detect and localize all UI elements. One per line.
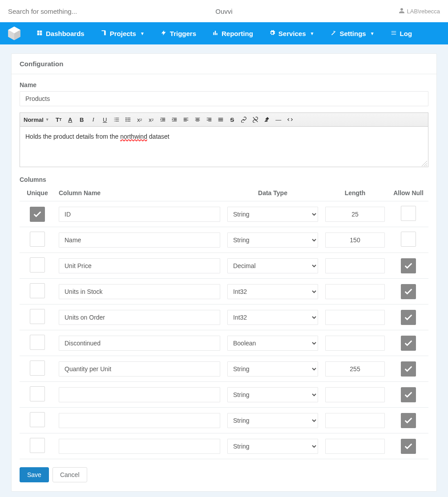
font-color-icon[interactable]: A [66,116,74,124]
rte-format-label: Normal [24,116,44,123]
allow-null-checkbox[interactable] [401,413,416,428]
ordered-list-icon[interactable] [113,116,121,124]
unlink-icon[interactable] [251,116,259,124]
nav-dashboards[interactable]: Dashboards [28,22,93,44]
unique-checkbox[interactable] [30,309,45,324]
resize-handle-icon[interactable] [422,160,427,166]
column-name-input[interactable] [59,413,220,428]
allow-null-checkbox[interactable] [401,336,416,351]
unique-checkbox[interactable] [30,283,45,298]
clear-format-icon[interactable] [263,116,271,124]
allow-null-checkbox[interactable] [401,361,416,377]
unique-checkbox[interactable] [30,257,45,273]
align-left-icon[interactable] [182,116,190,124]
unique-checkbox[interactable] [30,232,45,247]
unique-checkbox[interactable] [30,386,45,401]
data-type-select[interactable]: StringDecimalInt32Boolean [227,336,318,351]
column-name-input[interactable] [59,439,220,454]
horizontal-rule-icon[interactable]: — [274,116,283,124]
allow-null-checkbox[interactable] [401,439,416,454]
length-input[interactable] [325,387,385,402]
align-justify-icon[interactable] [217,116,225,124]
unique-checkbox[interactable] [30,207,45,222]
data-type-select[interactable]: StringDecimalInt32Boolean [227,413,318,428]
allow-null-checkbox[interactable] [401,206,416,221]
column-name-input[interactable] [59,336,220,351]
user-label: LAB\rebecca [407,8,440,15]
nav-services-label: Services [278,30,306,37]
nav-reporting[interactable]: Reporting [204,22,261,44]
unordered-list-icon[interactable] [124,116,132,124]
column-name-input[interactable] [59,387,220,402]
description-textarea[interactable]: Holds the product details from the north… [20,127,428,167]
data-type-select[interactable]: StringDecimalInt32Boolean [227,310,318,325]
font-size-icon[interactable]: TT [55,116,63,124]
unique-checkbox[interactable] [30,335,45,350]
column-name-input[interactable] [59,232,220,248]
list-icon [391,30,397,37]
data-type-select[interactable]: StringDecimalInt32Boolean [227,207,318,222]
user-menu[interactable]: LAB\rebecca [399,8,440,15]
length-input[interactable] [325,258,385,273]
nav-log[interactable]: Log [383,22,420,44]
length-input[interactable] [325,284,385,299]
save-button[interactable]: Save [20,467,49,482]
column-name-input[interactable] [59,310,220,325]
cancel-button[interactable]: Cancel [52,467,87,482]
bold-icon[interactable]: B [78,116,86,124]
column-name-input[interactable] [59,361,220,377]
unique-checkbox[interactable] [30,412,45,427]
header-unique: Unique [20,185,55,201]
allow-null-checkbox[interactable] [401,284,416,299]
code-icon[interactable] [286,116,294,124]
nav-settings[interactable]: Settings ▼ [322,22,382,44]
data-type-select[interactable]: StringDecimalInt32Boolean [227,439,318,454]
data-type-select[interactable]: StringDecimalInt32Boolean [227,284,318,299]
column-name-input[interactable] [59,258,220,273]
length-input[interactable] [325,336,385,351]
link-icon[interactable] [240,116,248,124]
name-input[interactable] [20,91,428,106]
subscript-icon[interactable]: x2 [136,116,144,124]
data-type-select[interactable]: StringDecimalInt32Boolean [227,258,318,273]
align-center-icon[interactable] [194,116,202,124]
search-input[interactable] [8,8,119,15]
italic-icon[interactable]: I [89,116,97,124]
rte-format-select[interactable]: Normal ▼ [24,116,51,123]
unique-checkbox[interactable] [30,361,45,376]
data-type-select[interactable]: StringDecimalInt32Boolean [227,387,318,402]
superscript-icon[interactable]: x2 [147,116,155,124]
allow-null-checkbox[interactable] [401,258,416,273]
nav-triggers[interactable]: Triggers [153,22,204,44]
book-icon [101,30,107,37]
columns-label: Columns [20,176,428,183]
length-input[interactable] [325,361,385,377]
length-input[interactable] [325,232,385,248]
length-input[interactable] [325,310,385,325]
allow-null-checkbox[interactable] [401,232,416,247]
column-name-input[interactable] [59,207,220,222]
data-type-select[interactable]: StringDecimalInt32Boolean [227,361,318,377]
nav-projects[interactable]: Projects ▼ [93,22,153,44]
outdent-icon[interactable] [159,116,167,124]
data-type-select[interactable]: StringDecimalInt32Boolean [227,232,318,248]
strikethrough-icon[interactable]: S [228,116,236,124]
nav-services[interactable]: Services ▼ [261,22,323,44]
columns-table: Unique Column Name Data Type Length Allo… [20,185,428,459]
header-length: Length [322,185,388,201]
underline-icon[interactable]: U [101,116,109,124]
allow-null-checkbox[interactable] [401,387,416,402]
length-input[interactable] [325,413,385,428]
nav-triggers-label: Triggers [170,30,196,37]
description-text-suffix: dataset [147,133,170,140]
unique-checkbox[interactable] [30,438,45,453]
magic-icon [330,30,336,37]
column-name-input[interactable] [59,284,220,299]
nav-log-label: Log [400,30,412,37]
length-input[interactable] [325,207,385,222]
svg-point-4 [125,117,126,118]
indent-icon[interactable] [170,116,178,124]
length-input[interactable] [325,439,385,454]
allow-null-checkbox[interactable] [401,310,416,325]
align-right-icon[interactable] [205,116,213,124]
